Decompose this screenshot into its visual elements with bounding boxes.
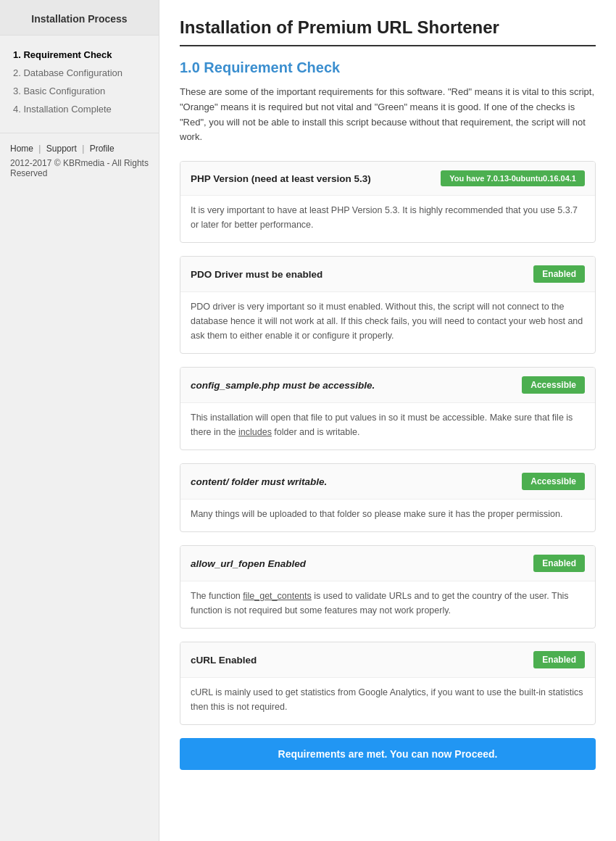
check-label-php-version: PHP Version (need at least version 5.3) — [191, 173, 371, 184]
sidebar-title: Installation Process — [0, 0, 159, 36]
intro-text: These are some of the important requirem… — [180, 85, 596, 145]
check-item-php-version: PHP Version (need at least version 5.3)Y… — [180, 161, 596, 243]
check-label-content-folder: content/ folder must writable. — [191, 476, 327, 487]
check-desc-pdo-driver: PDO driver is very important so it must … — [180, 292, 595, 353]
separator: | — [82, 144, 84, 154]
copyright: 2012-2017 © KBRmedia - All Rights Reserv… — [10, 158, 149, 178]
check-desc-config-sample: This installation will open that file to… — [180, 403, 595, 450]
check-label-config-sample: config_sample.php must be accessible. — [191, 380, 375, 391]
sidebar: Installation Process 1. Requirement Chec… — [0, 0, 159, 841]
sidebar-nav-item-4[interactable]: 4. Installation Complete — [10, 100, 149, 118]
check-badge-curl: Enabled — [533, 651, 585, 668]
check-label-curl: cURL Enabled — [191, 655, 257, 666]
check-item-config-sample: config_sample.php must be accessible.Acc… — [180, 367, 596, 450]
section-title: 1.0 Requirement Check — [180, 59, 596, 76]
sidebar-nav-item-1: 1. Requirement Check — [10, 46, 149, 64]
check-item-header-config-sample: config_sample.php must be accessible.Acc… — [180, 368, 595, 403]
check-item-header-allow-url-fopen: allow_url_fopen EnabledEnabled — [180, 546, 595, 581]
footer-link-home[interactable]: Home — [10, 144, 33, 154]
footer-links: Home | Support | Profile — [10, 144, 149, 154]
sidebar-footer: Home | Support | Profile 2012-2017 © KBR… — [0, 133, 159, 188]
check-label-allow-url-fopen: allow_url_fopen Enabled — [191, 558, 306, 569]
main-content: Installation of Premium URL Shortener 1.… — [159, 0, 616, 841]
sidebar-nav-item-3[interactable]: 3. Basic Configuration — [10, 82, 149, 100]
check-item-header-pdo-driver: PDO Driver must be enabledEnabled — [180, 257, 595, 292]
proceed-button[interactable]: Requirements are met. You can now Procee… — [180, 738, 596, 770]
page-title: Installation of Premium URL Shortener — [180, 17, 596, 46]
check-badge-config-sample: Accessible — [522, 376, 585, 394]
check-item-header-content-folder: content/ folder must writable.Accessible — [180, 464, 595, 500]
check-badge-php-version: You have 7.0.13-0ubuntu0.16.04.1 — [441, 170, 585, 186]
check-badge-content-folder: Accessible — [522, 473, 585, 490]
check-desc-php-version: It is very important to have at least PH… — [180, 196, 595, 242]
check-item-header-curl: cURL EnabledEnabled — [180, 642, 595, 678]
check-item-allow-url-fopen: allow_url_fopen EnabledEnabledThe functi… — [180, 545, 596, 629]
sidebar-nav: 1. Requirement Check2. Database Configur… — [0, 36, 159, 133]
check-item-content-folder: content/ folder must writable.Accessible… — [180, 463, 596, 532]
check-badge-pdo-driver: Enabled — [533, 265, 585, 283]
separator: | — [38, 144, 41, 154]
check-badge-allow-url-fopen: Enabled — [533, 555, 585, 572]
checks-container: PHP Version (need at least version 5.3)Y… — [180, 161, 596, 725]
sidebar-nav-item-2[interactable]: 2. Database Configuration — [10, 64, 149, 82]
check-item-pdo-driver: PDO Driver must be enabledEnabledPDO dri… — [180, 256, 596, 354]
footer-link-support[interactable]: Support — [46, 144, 77, 154]
check-desc-content-folder: Many things will be uploaded to that fol… — [180, 500, 595, 531]
check-desc-allow-url-fopen: The function file_get_contents is used t… — [180, 581, 595, 628]
check-label-pdo-driver: PDO Driver must be enabled — [191, 269, 322, 280]
check-desc-curl: cURL is mainly used to get statistics fr… — [180, 678, 595, 724]
check-item-header-php-version: PHP Version (need at least version 5.3)Y… — [180, 162, 595, 196]
footer-link-profile[interactable]: Profile — [90, 144, 115, 154]
check-item-curl: cURL EnabledEnabledcURL is mainly used t… — [180, 642, 596, 725]
